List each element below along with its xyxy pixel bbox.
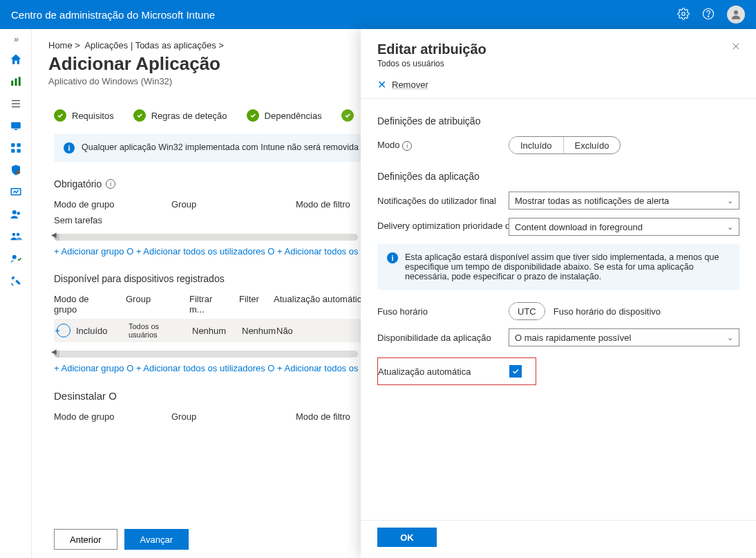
previous-button[interactable]: Anterior: [54, 529, 117, 550]
tz-utc[interactable]: UTC: [509, 303, 545, 319]
panel-command-bar: ✕ Remover: [361, 74, 756, 99]
check-icon: [133, 109, 146, 122]
panel-footer: OK: [361, 520, 756, 558]
edit-assignment-panel: Editar atribuição Todos os usuários ✕ Re…: [361, 29, 756, 558]
plus-circle-icon[interactable]: +: [57, 324, 70, 337]
check-icon: [341, 109, 354, 122]
panel-header: Editar atribuição Todos os usuários: [361, 29, 756, 74]
nav-apps-icon[interactable]: [9, 141, 23, 155]
panel-title: Editar atribuição: [377, 41, 739, 57]
settings-gear-icon[interactable]: [677, 8, 690, 22]
breadcrumb-apps[interactable]: Aplicações | Todas as aplicações >: [84, 40, 224, 50]
svg-rect-11: [14, 129, 17, 131]
mode-included[interactable]: Incluído: [509, 137, 563, 154]
svg-point-0: [682, 12, 686, 15]
auto-update-checkbox[interactable]: [509, 365, 522, 378]
info-icon[interactable]: i: [106, 179, 115, 189]
topbar-right: [677, 6, 745, 24]
step-requirements[interactable]: Requisitos: [54, 109, 114, 122]
nav-security-icon[interactable]: [9, 163, 23, 177]
step-dependencies[interactable]: Dependências: [247, 109, 322, 122]
chevron-down-icon: ⌄: [727, 333, 733, 342]
avatar[interactable]: [727, 6, 745, 24]
svg-rect-10: [11, 122, 21, 129]
svg-rect-13: [17, 143, 20, 147]
breadcrumb-home[interactable]: Home >: [48, 40, 80, 50]
chevron-down-icon: ⌄: [727, 223, 733, 232]
svg-point-20: [12, 233, 15, 236]
timezone-toggle[interactable]: UTC: [509, 302, 545, 320]
check-icon: [54, 109, 66, 122]
nav-devices-icon[interactable]: [9, 119, 23, 133]
availability-select[interactable]: O mais rapidamente possível ⌄: [509, 328, 739, 346]
info-icon: i: [64, 142, 75, 154]
svg-point-21: [16, 233, 19, 236]
section-app-settings: Definições da aplicação: [377, 171, 739, 182]
remove-button[interactable]: Remover: [392, 80, 428, 90]
delivery-select[interactable]: Content download in foreground ⌄: [509, 218, 739, 236]
highlight-box: Atualização automática: [377, 357, 536, 385]
mode-toggle[interactable]: Incluído Excluído: [509, 136, 621, 154]
panel-body: Definições de atribuição Modo i Incluído…: [361, 99, 756, 520]
svg-point-2: [708, 16, 708, 17]
row-notifications: Notificações do utilizador final Mostrar…: [377, 192, 739, 210]
horizontal-scrollbar[interactable]: [54, 234, 358, 241]
step-detection[interactable]: Regras de deteção: [133, 109, 227, 122]
portal-title: Centro de administração do Microsoft Int…: [11, 9, 215, 21]
check-icon: [247, 109, 259, 122]
nav-list-icon[interactable]: [9, 97, 23, 111]
chevron-down-icon: ⌄: [727, 196, 733, 205]
svg-rect-4: [11, 81, 13, 86]
nav-groups-icon[interactable]: [9, 230, 23, 243]
row-timezone: Fuso horário UTC Fuso horário do disposi…: [377, 302, 739, 320]
nav-collapse-icon[interactable]: »: [14, 35, 17, 44]
close-icon[interactable]: [731, 41, 741, 53]
row-mode: Modo i Incluído Excluído: [377, 136, 739, 154]
nav-reports-icon[interactable]: [9, 185, 23, 199]
nav-dashboard-icon[interactable]: [9, 75, 23, 89]
svg-point-19: [17, 212, 20, 215]
next-button[interactable]: Avançar: [124, 529, 189, 550]
svg-rect-6: [18, 77, 20, 86]
remove-x-icon[interactable]: ✕: [377, 78, 386, 91]
side-nav: »: [0, 29, 32, 558]
ok-button[interactable]: OK: [377, 528, 437, 547]
info-icon: i: [387, 252, 398, 263]
tz-device[interactable]: Fuso horário do dispositivo: [554, 306, 661, 317]
nav-troubleshoot-icon[interactable]: [9, 274, 23, 288]
row-delivery: Delivery optimization prioridade do util…: [377, 218, 739, 236]
panel-info-box: i Esta aplicação estará disponível assim…: [377, 244, 739, 290]
step-more: [341, 109, 354, 122]
notifications-select[interactable]: Mostrar todas as notificações de alerta …: [509, 192, 739, 210]
horizontal-scrollbar[interactable]: [54, 351, 358, 357]
mode-excluded[interactable]: Excluído: [563, 137, 621, 154]
svg-rect-15: [17, 149, 20, 153]
svg-rect-5: [15, 79, 17, 86]
svg-rect-14: [11, 149, 15, 153]
row-auto-update: Atualização automática: [377, 357, 739, 385]
svg-point-16: [16, 170, 20, 174]
top-bar: Centro de administração do Microsoft Int…: [0, 0, 756, 29]
row-availability: Disponibilidade da aplicação O mais rapi…: [377, 328, 739, 346]
svg-rect-12: [11, 143, 15, 147]
nav-home-icon[interactable]: [9, 53, 23, 66]
section-assignment-settings: Definições de atribuição: [377, 115, 739, 127]
svg-point-3: [734, 10, 738, 15]
nav-tenant-icon[interactable]: [9, 252, 23, 266]
svg-point-1: [703, 8, 714, 19]
nav-users-icon[interactable]: [9, 207, 23, 221]
help-icon[interactable]: [702, 8, 715, 22]
svg-point-22: [12, 255, 16, 259]
svg-point-18: [12, 210, 16, 214]
panel-subtitle: Todos os usuários: [377, 59, 739, 68]
info-icon[interactable]: i: [402, 141, 412, 151]
